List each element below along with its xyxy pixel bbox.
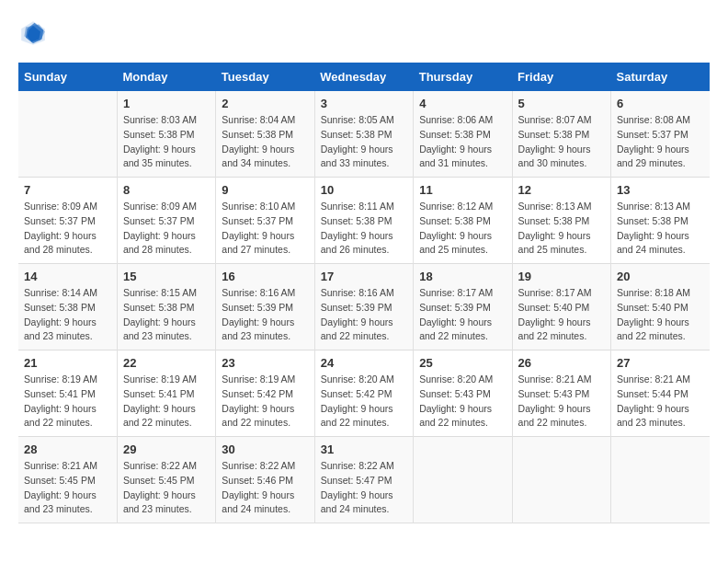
week-row-2: 7Sunrise: 8:09 AM Sunset: 5:37 PM Daylig… xyxy=(18,178,710,264)
calendar-cell: 29Sunrise: 8:22 AM Sunset: 5:45 PM Dayli… xyxy=(117,437,215,523)
calendar-cell xyxy=(611,437,710,523)
day-info: Sunrise: 8:20 AM Sunset: 5:43 PM Dayligh… xyxy=(419,373,506,431)
header-day-saturday: Saturday xyxy=(611,63,710,91)
day-number: 10 xyxy=(321,183,407,197)
day-number: 16 xyxy=(222,270,308,283)
day-number: 26 xyxy=(518,356,605,370)
calendar-body: 1Sunrise: 8:03 AM Sunset: 5:38 PM Daylig… xyxy=(18,91,710,523)
day-info: Sunrise: 8:19 AM Sunset: 5:41 PM Dayligh… xyxy=(123,373,210,431)
day-info: Sunrise: 8:07 AM Sunset: 5:38 PM Dayligh… xyxy=(518,113,605,171)
calendar-cell: 9Sunrise: 8:10 AM Sunset: 5:37 PM Daylig… xyxy=(216,178,314,264)
day-number: 15 xyxy=(123,270,210,283)
day-info: Sunrise: 8:13 AM Sunset: 5:38 PM Dayligh… xyxy=(518,200,605,258)
day-number: 12 xyxy=(518,183,605,197)
day-info: Sunrise: 8:22 AM Sunset: 5:47 PM Dayligh… xyxy=(321,459,407,517)
calendar-cell: 8Sunrise: 8:09 AM Sunset: 5:37 PM Daylig… xyxy=(117,178,215,264)
calendar-cell: 5Sunrise: 8:07 AM Sunset: 5:38 PM Daylig… xyxy=(512,91,610,178)
day-number: 17 xyxy=(321,270,407,283)
header-day-sunday: Sunday xyxy=(18,63,117,91)
day-number: 29 xyxy=(123,442,210,456)
calendar-cell: 16Sunrise: 8:16 AM Sunset: 5:39 PM Dayli… xyxy=(216,264,314,350)
day-number: 23 xyxy=(222,356,308,370)
day-info: Sunrise: 8:03 AM Sunset: 5:38 PM Dayligh… xyxy=(123,113,210,171)
calendar-cell: 15Sunrise: 8:15 AM Sunset: 5:38 PM Dayli… xyxy=(117,264,215,350)
calendar-cell: 11Sunrise: 8:12 AM Sunset: 5:38 PM Dayli… xyxy=(414,178,512,264)
calendar-cell: 18Sunrise: 8:17 AM Sunset: 5:39 PM Dayli… xyxy=(414,264,512,350)
day-number: 24 xyxy=(321,356,407,370)
calendar-cell: 26Sunrise: 8:21 AM Sunset: 5:43 PM Dayli… xyxy=(512,350,610,437)
day-number: 8 xyxy=(123,183,210,197)
calendar-cell: 7Sunrise: 8:09 AM Sunset: 5:37 PM Daylig… xyxy=(18,178,117,264)
day-info: Sunrise: 8:19 AM Sunset: 5:41 PM Dayligh… xyxy=(24,373,111,431)
day-number: 25 xyxy=(419,356,506,370)
day-number: 4 xyxy=(419,97,506,110)
day-number: 31 xyxy=(321,442,407,456)
calendar-cell: 22Sunrise: 8:19 AM Sunset: 5:41 PM Dayli… xyxy=(117,350,215,437)
calendar-cell: 13Sunrise: 8:13 AM Sunset: 5:38 PM Dayli… xyxy=(611,178,710,264)
day-number: 14 xyxy=(24,270,111,283)
day-number: 27 xyxy=(617,356,704,370)
calendar-cell xyxy=(18,91,117,178)
day-info: Sunrise: 8:18 AM Sunset: 5:40 PM Dayligh… xyxy=(617,286,704,344)
calendar-cell xyxy=(414,437,512,523)
calendar-cell: 19Sunrise: 8:17 AM Sunset: 5:40 PM Dayli… xyxy=(512,264,610,350)
day-number: 20 xyxy=(617,270,704,283)
logo xyxy=(18,18,51,48)
day-info: Sunrise: 8:04 AM Sunset: 5:38 PM Dayligh… xyxy=(222,113,308,171)
header-day-tuesday: Tuesday xyxy=(216,63,314,91)
day-number: 19 xyxy=(518,270,605,283)
day-number: 22 xyxy=(123,356,210,370)
header-day-friday: Friday xyxy=(512,63,610,91)
calendar-cell: 25Sunrise: 8:20 AM Sunset: 5:43 PM Dayli… xyxy=(414,350,512,437)
day-number: 21 xyxy=(24,356,111,370)
day-info: Sunrise: 8:16 AM Sunset: 5:39 PM Dayligh… xyxy=(321,286,407,344)
week-row-5: 28Sunrise: 8:21 AM Sunset: 5:45 PM Dayli… xyxy=(18,437,710,523)
week-row-4: 21Sunrise: 8:19 AM Sunset: 5:41 PM Dayli… xyxy=(18,350,710,437)
calendar-cell xyxy=(512,437,610,523)
week-row-3: 14Sunrise: 8:14 AM Sunset: 5:38 PM Dayli… xyxy=(18,264,710,350)
day-info: Sunrise: 8:10 AM Sunset: 5:37 PM Dayligh… xyxy=(222,200,308,258)
day-info: Sunrise: 8:20 AM Sunset: 5:42 PM Dayligh… xyxy=(321,373,407,431)
day-info: Sunrise: 8:09 AM Sunset: 5:37 PM Dayligh… xyxy=(24,200,111,258)
calendar-cell: 27Sunrise: 8:21 AM Sunset: 5:44 PM Dayli… xyxy=(611,350,710,437)
day-info: Sunrise: 8:21 AM Sunset: 5:45 PM Dayligh… xyxy=(24,459,111,517)
calendar-table: SundayMondayTuesdayWednesdayThursdayFrid… xyxy=(18,63,710,523)
header-row: SundayMondayTuesdayWednesdayThursdayFrid… xyxy=(18,63,710,91)
calendar-header: SundayMondayTuesdayWednesdayThursdayFrid… xyxy=(18,63,710,91)
day-info: Sunrise: 8:14 AM Sunset: 5:38 PM Dayligh… xyxy=(24,286,111,344)
day-info: Sunrise: 8:13 AM Sunset: 5:38 PM Dayligh… xyxy=(617,200,704,258)
day-number: 6 xyxy=(617,97,704,110)
week-row-1: 1Sunrise: 8:03 AM Sunset: 5:38 PM Daylig… xyxy=(18,91,710,178)
day-number: 13 xyxy=(617,183,704,197)
day-info: Sunrise: 8:17 AM Sunset: 5:39 PM Dayligh… xyxy=(419,286,506,344)
day-info: Sunrise: 8:21 AM Sunset: 5:44 PM Dayligh… xyxy=(617,373,704,431)
day-number: 28 xyxy=(24,442,111,456)
day-info: Sunrise: 8:21 AM Sunset: 5:43 PM Dayligh… xyxy=(518,373,605,431)
day-info: Sunrise: 8:17 AM Sunset: 5:40 PM Dayligh… xyxy=(518,286,605,344)
day-number: 18 xyxy=(419,270,506,283)
logo-icon xyxy=(18,18,48,48)
day-info: Sunrise: 8:11 AM Sunset: 5:38 PM Dayligh… xyxy=(321,200,407,258)
calendar-cell: 6Sunrise: 8:08 AM Sunset: 5:37 PM Daylig… xyxy=(611,91,710,178)
header-day-wednesday: Wednesday xyxy=(314,63,413,91)
calendar-cell: 17Sunrise: 8:16 AM Sunset: 5:39 PM Dayli… xyxy=(314,264,413,350)
day-info: Sunrise: 8:09 AM Sunset: 5:37 PM Dayligh… xyxy=(123,200,210,258)
day-info: Sunrise: 8:12 AM Sunset: 5:38 PM Dayligh… xyxy=(419,200,506,258)
calendar-cell: 3Sunrise: 8:05 AM Sunset: 5:38 PM Daylig… xyxy=(314,91,413,178)
page-header xyxy=(18,18,710,48)
day-info: Sunrise: 8:22 AM Sunset: 5:46 PM Dayligh… xyxy=(222,459,308,517)
calendar-cell: 31Sunrise: 8:22 AM Sunset: 5:47 PM Dayli… xyxy=(314,437,413,523)
header-day-monday: Monday xyxy=(117,63,215,91)
day-number: 11 xyxy=(419,183,506,197)
calendar-cell: 28Sunrise: 8:21 AM Sunset: 5:45 PM Dayli… xyxy=(18,437,117,523)
header-day-thursday: Thursday xyxy=(414,63,512,91)
day-number: 7 xyxy=(24,183,111,197)
calendar-cell: 21Sunrise: 8:19 AM Sunset: 5:41 PM Dayli… xyxy=(18,350,117,437)
calendar-cell: 1Sunrise: 8:03 AM Sunset: 5:38 PM Daylig… xyxy=(117,91,215,178)
day-number: 2 xyxy=(222,97,308,110)
calendar-cell: 30Sunrise: 8:22 AM Sunset: 5:46 PM Dayli… xyxy=(216,437,314,523)
day-info: Sunrise: 8:19 AM Sunset: 5:42 PM Dayligh… xyxy=(222,373,308,431)
day-number: 3 xyxy=(321,97,407,110)
calendar-cell: 23Sunrise: 8:19 AM Sunset: 5:42 PM Dayli… xyxy=(216,350,314,437)
day-number: 5 xyxy=(518,97,605,110)
